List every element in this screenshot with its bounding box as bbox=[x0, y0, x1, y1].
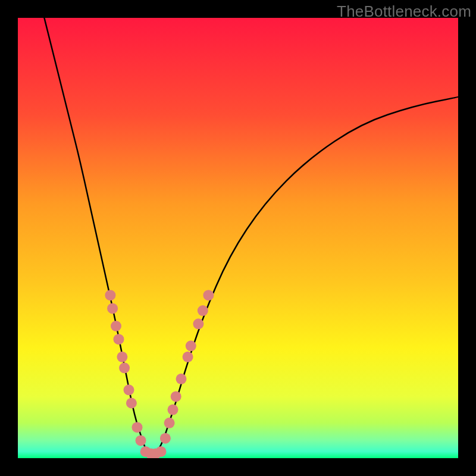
data-dot bbox=[176, 374, 187, 384]
chart-svg bbox=[18, 18, 458, 458]
data-dot bbox=[198, 305, 208, 316]
watermark-text: TheBottleneck.com bbox=[337, 2, 471, 21]
chart-frame: TheBottleneck.com bbox=[0, 0, 476, 476]
data-dot bbox=[119, 362, 130, 373]
data-dot bbox=[183, 352, 193, 362]
data-dot bbox=[193, 318, 203, 329]
data-dot bbox=[105, 290, 115, 300]
data-dot bbox=[107, 303, 118, 314]
data-dot bbox=[124, 384, 134, 395]
data-dot bbox=[126, 398, 137, 409]
bottleneck-curve bbox=[44, 18, 458, 454]
data-dot bbox=[164, 418, 175, 428]
data-dot bbox=[186, 340, 196, 351]
data-dot bbox=[156, 446, 167, 457]
data-dot bbox=[117, 352, 127, 362]
data-dot bbox=[132, 422, 143, 433]
data-dot bbox=[171, 391, 181, 402]
data-dot bbox=[111, 321, 121, 331]
data-dot bbox=[168, 405, 178, 415]
data-dot bbox=[203, 290, 214, 300]
data-dot bbox=[160, 433, 171, 444]
plot-area bbox=[18, 18, 458, 458]
data-dot bbox=[114, 334, 124, 345]
highlight-dots bbox=[105, 290, 214, 458]
data-dot bbox=[136, 435, 146, 446]
